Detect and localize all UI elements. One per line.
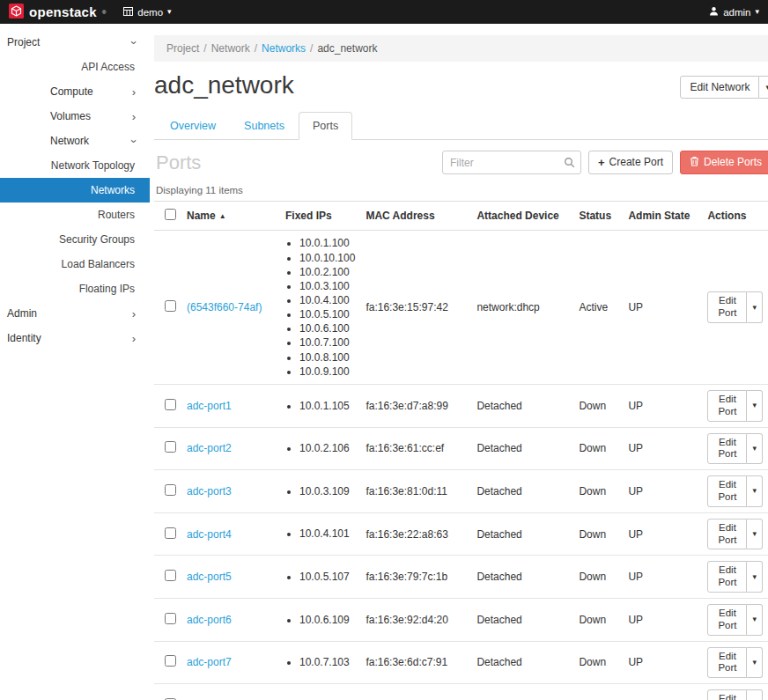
attached-device: Detached bbox=[471, 427, 573, 470]
admin-state: UP bbox=[623, 470, 702, 513]
sidebar-item-load-balancers[interactable]: Load Balancers bbox=[0, 252, 150, 276]
tab-overview[interactable]: Overview bbox=[156, 112, 230, 140]
edit-port-button[interactable]: Edit Port bbox=[707, 433, 747, 465]
breadcrumb-separator: / bbox=[203, 42, 206, 55]
port-name-link[interactable]: adc-port2 bbox=[187, 442, 232, 454]
table-header-row: Name▲ Fixed IPs MAC Address Attached Dev… bbox=[154, 202, 768, 231]
project-switcher[interactable]: demo ▾ bbox=[123, 7, 171, 18]
sidebar-item-volumes[interactable]: Volumes› bbox=[0, 104, 150, 129]
edit-port-caret-button[interactable]: ▾ bbox=[747, 475, 763, 507]
user-menu-label: admin bbox=[723, 7, 750, 18]
fixed-ips-list: 10.0.5.107 bbox=[285, 570, 355, 584]
sidebar-item-label: Network Topology bbox=[7, 159, 135, 172]
mac-address: fa:16:3e:92:d4:20 bbox=[360, 598, 471, 641]
edit-port-button[interactable]: Edit Port bbox=[707, 689, 747, 700]
edit-port-caret-button[interactable]: ▾ bbox=[747, 291, 763, 323]
sidebar-item-label: Network bbox=[50, 135, 132, 147]
row-checkbox[interactable] bbox=[165, 613, 176, 624]
edit-port-caret-button[interactable]: ▾ bbox=[747, 561, 763, 593]
tab-subnets[interactable]: Subnets bbox=[230, 112, 299, 140]
edit-network-button[interactable]: Edit Network bbox=[680, 76, 759, 99]
row-checkbox[interactable] bbox=[165, 484, 176, 496]
edit-port-caret-button[interactable]: ▾ bbox=[747, 433, 763, 465]
filter-input[interactable] bbox=[442, 151, 581, 174]
edit-port-split-button: Edit Port ▾ bbox=[707, 604, 763, 636]
sidebar-item-admin[interactable]: Admin› bbox=[0, 301, 150, 326]
edit-port-button[interactable]: Edit Port bbox=[707, 475, 747, 507]
user-icon bbox=[709, 6, 719, 18]
column-header-status[interactable]: Status bbox=[573, 202, 623, 231]
column-header-attached-device[interactable]: Attached Device bbox=[471, 202, 573, 231]
chevron-right-icon: › bbox=[132, 333, 136, 344]
column-header-name[interactable]: Name▲ bbox=[181, 202, 280, 231]
edit-port-button[interactable]: Edit Port bbox=[707, 519, 747, 550]
edit-port-caret-button[interactable]: ▾ bbox=[747, 604, 763, 636]
ports-section-title: Ports bbox=[156, 151, 201, 174]
edit-network-caret-button[interactable]: ▾ bbox=[759, 76, 768, 99]
edit-port-caret-button[interactable]: ▾ bbox=[747, 689, 763, 700]
port-name-link[interactable]: adc-port7 bbox=[187, 656, 232, 668]
row-checkbox[interactable] bbox=[165, 527, 176, 539]
column-header-admin-state[interactable]: Admin State bbox=[623, 202, 702, 231]
port-name-link[interactable]: adc-port4 bbox=[187, 528, 232, 541]
table-row: adc-port1 10.0.1.105 fa:16:3e:d7:a8:99 D… bbox=[154, 384, 768, 427]
port-name-link[interactable]: adc-port1 bbox=[187, 400, 232, 412]
port-status: Down bbox=[573, 384, 623, 427]
displaying-count-top: Displaying 11 items bbox=[156, 185, 768, 195]
edit-port-button[interactable]: Edit Port bbox=[707, 561, 747, 593]
edit-port-button[interactable]: Edit Port bbox=[707, 647, 747, 679]
edit-port-caret-button[interactable]: ▾ bbox=[747, 647, 763, 679]
tab-bar: Overview Subnets Ports bbox=[154, 112, 768, 140]
row-checkbox[interactable] bbox=[165, 441, 176, 453]
row-checkbox[interactable] bbox=[165, 399, 176, 410]
sidebar-item-security-groups[interactable]: Security Groups bbox=[0, 227, 150, 252]
edit-port-caret-button[interactable]: ▾ bbox=[747, 519, 763, 550]
caret-down-icon: ▾ bbox=[752, 402, 757, 409]
mac-address: fa:16:3e:22:a8:63 bbox=[360, 512, 471, 556]
row-checkbox[interactable] bbox=[165, 570, 176, 581]
edit-port-button[interactable]: Edit Port bbox=[707, 604, 747, 636]
column-header-mac-address[interactable]: MAC Address bbox=[360, 202, 471, 231]
column-header-fixed-ips[interactable]: Fixed IPs bbox=[280, 202, 360, 231]
breadcrumb-network[interactable]: Network bbox=[211, 42, 250, 55]
sidebar-item-compute[interactable]: Compute› bbox=[0, 79, 150, 104]
fixed-ip: 10.0.3.109 bbox=[299, 484, 355, 498]
delete-ports-button[interactable]: Delete Ports bbox=[680, 151, 768, 174]
user-menu[interactable]: admin ▾ bbox=[709, 6, 759, 18]
edit-port-caret-button[interactable]: ▾ bbox=[747, 390, 763, 422]
port-name-link[interactable]: adc-port5 bbox=[187, 571, 232, 583]
sidebar-item-identity[interactable]: Identity› bbox=[0, 326, 150, 350]
sidebar-item-network-topology[interactable]: Network Topology bbox=[0, 153, 150, 178]
edit-port-button[interactable]: Edit Port bbox=[707, 291, 747, 323]
breadcrumb-project[interactable]: Project bbox=[166, 42, 199, 55]
fixed-ip: 10.0.1.105 bbox=[299, 399, 355, 413]
caret-down-icon: ▾ bbox=[167, 8, 172, 16]
sidebar-item-floating-ips[interactable]: Floating IPs bbox=[0, 276, 150, 301]
mac-address: fa:16:3e:61:cc:ef bbox=[360, 427, 471, 470]
fixed-ips-list: 10.0.3.109 bbox=[285, 484, 355, 498]
mac-address: fa:16:3e:81:0d:11 bbox=[360, 470, 471, 513]
port-name-link[interactable]: adc-port6 bbox=[187, 614, 232, 626]
caret-down-icon: ▾ bbox=[755, 8, 759, 16]
breadcrumb-networks[interactable]: Networks bbox=[262, 42, 306, 55]
edit-port-button[interactable]: Edit Port bbox=[707, 390, 747, 422]
sidebar-item-project[interactable]: Project› bbox=[0, 30, 150, 55]
port-name-link[interactable]: (6543f660-74af) bbox=[187, 301, 262, 313]
project-switcher-label: demo bbox=[137, 7, 163, 18]
tab-ports[interactable]: Ports bbox=[299, 112, 352, 140]
table-row: adc-port6 10.0.6.109 fa:16:3e:92:d4:20 D… bbox=[154, 598, 768, 641]
row-checkbox[interactable] bbox=[165, 655, 176, 667]
port-name-link[interactable]: adc-port3 bbox=[187, 485, 232, 497]
sidebar-item-network[interactable]: Network› bbox=[0, 129, 150, 153]
openstack-brand[interactable]: openstack® bbox=[9, 4, 106, 21]
select-all-checkbox[interactable] bbox=[165, 209, 176, 220]
caret-down-icon: ▾ bbox=[752, 304, 757, 312]
attached-device: Detached bbox=[471, 470, 573, 513]
fixed-ip: 10.0.5.100 bbox=[299, 307, 355, 321]
sidebar-item-routers[interactable]: Routers bbox=[0, 203, 150, 227]
caret-down-icon: ▾ bbox=[752, 573, 757, 581]
create-port-button[interactable]: + Create Port bbox=[588, 151, 673, 175]
sidebar-item-api-access[interactable]: API Access bbox=[0, 55, 150, 79]
row-checkbox[interactable] bbox=[165, 300, 176, 312]
sidebar-item-networks[interactable]: Networks bbox=[0, 178, 150, 203]
